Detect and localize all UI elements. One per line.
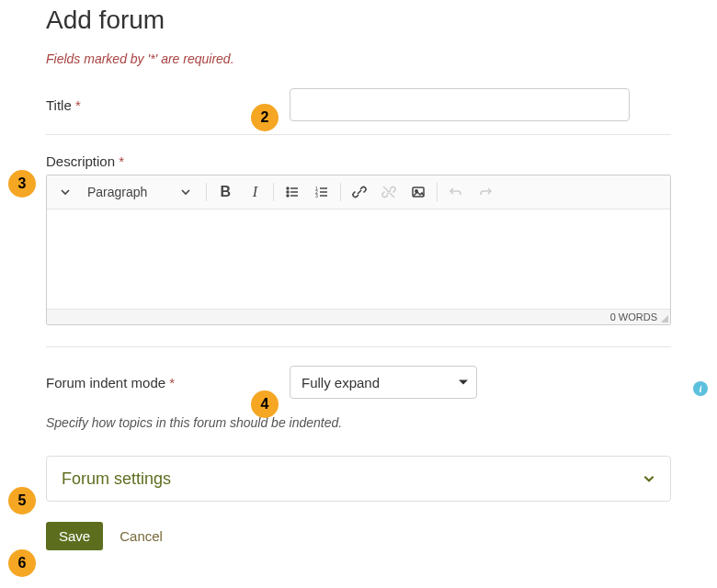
unlink-button	[376, 179, 402, 205]
toolbar-separator	[437, 183, 438, 201]
info-icon[interactable]: i	[693, 381, 708, 396]
undo-button	[443, 179, 469, 205]
description-textarea[interactable]	[47, 209, 670, 309]
link-icon	[352, 185, 367, 199]
svg-text:3: 3	[315, 193, 318, 198]
forum-settings-accordion[interactable]: Forum settings	[46, 456, 671, 502]
undo-icon	[449, 185, 463, 199]
unlink-icon	[381, 185, 396, 199]
indent-mode-label-text: Forum indent mode	[46, 375, 165, 390]
description-label-text: Description	[46, 153, 115, 169]
toolbar-separator	[273, 183, 274, 201]
word-count: 0 WORDS	[610, 311, 657, 322]
bold-icon: B	[221, 184, 232, 200]
format-dropdown-label: Paragraph	[87, 185, 147, 199]
numbered-list-icon: 123	[314, 185, 329, 199]
accordion-title: Forum settings	[62, 469, 171, 489]
required-asterisk: *	[119, 153, 124, 169]
italic-icon: I	[253, 184, 257, 200]
link-button[interactable]	[347, 179, 372, 205]
toolbar-separator	[340, 183, 341, 201]
save-button[interactable]: Save	[46, 522, 103, 550]
title-label-text: Title	[46, 97, 72, 113]
indent-mode-row: Forum indent mode * Fully expand i	[46, 366, 671, 412]
chevron-down-icon	[60, 187, 71, 198]
indent-mode-label: Forum indent mode *	[46, 375, 290, 390]
callout-marker-5: 5	[8, 487, 36, 514]
italic-button[interactable]: I	[242, 179, 267, 205]
svg-point-2	[287, 191, 289, 193]
indent-mode-help: Specify how topics in this forum should …	[46, 415, 671, 430]
format-dropdown[interactable]: Paragraph	[82, 185, 200, 199]
numbered-list-button[interactable]: 123	[309, 179, 335, 205]
description-label: Description *	[46, 153, 671, 169]
chevron-down-icon	[643, 472, 655, 485]
image-icon	[411, 185, 426, 199]
editor-footer: 0 WORDS	[47, 309, 670, 324]
required-asterisk: *	[75, 97, 81, 113]
indent-mode-value: Fully expand	[302, 375, 380, 390]
redo-icon	[478, 185, 493, 199]
title-row: Title *	[46, 88, 671, 135]
svg-point-4	[287, 195, 289, 197]
callout-marker-3: 3	[8, 170, 36, 198]
caret-down-icon	[459, 380, 468, 385]
bullet-list-button[interactable]	[279, 179, 305, 205]
bullet-list-icon	[285, 185, 300, 199]
redo-button	[472, 179, 498, 205]
title-input[interactable]	[290, 88, 630, 121]
toolbar-menu-toggle[interactable]	[52, 179, 78, 205]
callout-marker-2: 2	[251, 104, 279, 131]
required-fields-note: Fields marked by '*' are required.	[46, 51, 671, 66]
svg-point-0	[287, 187, 289, 189]
image-button[interactable]	[405, 179, 431, 205]
bold-button[interactable]: B	[212, 179, 238, 205]
button-row: Save Cancel	[46, 522, 671, 550]
chevron-down-icon	[180, 187, 191, 198]
callout-marker-6: 6	[8, 549, 36, 577]
callout-marker-4: 4	[251, 390, 279, 418]
required-asterisk: *	[169, 375, 175, 390]
resize-handle[interactable]	[659, 313, 668, 322]
cancel-button[interactable]: Cancel	[120, 528, 163, 544]
page-heading: Add forum	[46, 6, 671, 35]
indent-mode-select[interactable]: Fully expand	[290, 366, 477, 399]
editor-toolbar: Paragraph B I 123	[47, 175, 670, 209]
toolbar-separator	[206, 183, 207, 201]
description-editor: Paragraph B I 123	[46, 175, 671, 325]
